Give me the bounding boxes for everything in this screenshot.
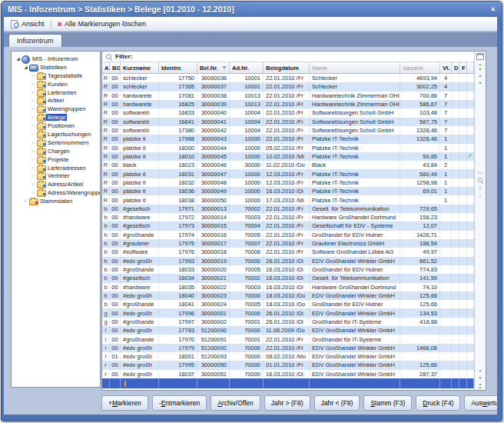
search-icon[interactable] xyxy=(478,178,483,183)
collapsed-arrow-icon[interactable]: ▷ xyxy=(30,191,37,195)
column-chooser-icon[interactable] xyxy=(476,53,484,60)
close-icon[interactable]: × xyxy=(491,5,496,14)
grid-row[interactable]: R00platzke it18032300000481000012.03.201… xyxy=(102,178,474,187)
page-up-icon[interactable]: ▲ xyxy=(479,72,482,78)
collapsed-arrow-icon[interactable]: ▷ xyxy=(30,107,37,111)
grid-row[interactable]: l01#edv großh18001512000937000008.02.201… xyxy=(102,352,474,361)
grid-row[interactable]: b00#hardware18035300000227000316.03.2010… xyxy=(102,283,474,291)
grid-row[interactable]: R00schlecker17750300000361000122.01.2010… xyxy=(102,74,474,82)
tree-item-lieferadressen[interactable]: ▷Lieferadressen xyxy=(12,164,100,172)
grid-row[interactable]: b00#hardware17972300000147000322.01.2010… xyxy=(102,213,474,221)
grid-row[interactable]: R00platzke it18000300000441000005.02.201… xyxy=(102,144,474,152)
grid-row[interactable]: b00#großhande17974300000167000522.01.201… xyxy=(102,231,474,239)
resize-icon[interactable]: «» xyxy=(478,170,483,175)
row-down-icon[interactable]: ▼ xyxy=(479,368,482,374)
grid-row[interactable]: b00#gesellsch18034300000217000216.03.201… xyxy=(102,274,474,282)
grid-row[interactable]: R00softwarelö16841300000411000422.01.201… xyxy=(102,118,474,126)
updown-icon[interactable]: ↕ xyxy=(479,194,482,198)
column-header-bel-nr[interactable]: Bel.Nr. xyxy=(197,62,230,73)
tree-item-artikel[interactable]: ▷Artikel xyxy=(12,96,100,105)
column-header-d[interactable]: D xyxy=(452,62,459,73)
column-header-f[interactable]: F xyxy=(459,62,467,73)
tree-item-positionen[interactable]: ▷Positionen xyxy=(12,122,100,130)
collapsed-arrow-icon[interactable]: ▷ xyxy=(30,182,37,186)
goto-last-icon[interactable]: ▼ xyxy=(479,381,482,388)
grid-row[interactable]: R00schlecker17385300000371000122.01.2010… xyxy=(102,82,474,91)
tree-item-statistiken[interactable]: ◢Statistiken xyxy=(12,63,100,72)
collapsed-arrow-icon[interactable]: ▷ xyxy=(30,158,37,162)
collapsed-arrow-icon[interactable]: ▷ xyxy=(30,166,37,170)
goto-first-icon[interactable]: ▲ xyxy=(479,65,482,72)
grid-row[interactable]: g00#großhande17997300000027000126.01.201… xyxy=(102,318,474,326)
grid-row[interactable]: R00hardwarete16825300000391001322.01.201… xyxy=(102,100,474,108)
filter-row[interactable]: Filter: xyxy=(102,52,474,62)
button-jahr-f9[interactable]: Jahr < (F9) xyxy=(314,395,360,411)
collapsed-arrow-icon[interactable]: ▷ xyxy=(30,124,37,128)
column-header-name[interactable]: Name xyxy=(310,62,400,73)
column-header-identnr[interactable]: Identnr. xyxy=(159,62,197,73)
column-header-extra[interactable] xyxy=(467,62,474,73)
grid-row[interactable]: l00#edv großh17979512000927000022.01.201… xyxy=(102,344,474,352)
grid-row[interactable]: b00#großhande18033300000207000516.03.201… xyxy=(102,265,474,274)
clear-markings-button[interactable]: × Alle Markierungen löschen xyxy=(54,19,151,28)
collapsed-arrow-icon[interactable]: ▷ xyxy=(30,98,37,102)
grid-row[interactable]: b00#gesellsch17973300000157000422.01.201… xyxy=(102,221,474,230)
ansicht-button[interactable]: Ansicht xyxy=(7,19,48,29)
collapsed-arrow-icon[interactable]: ▷ xyxy=(30,149,37,153)
title-bar[interactable]: MIS - Infozentrum > Statistiken > Belege… xyxy=(2,2,502,17)
collapsed-arrow-icon[interactable]: ▷ xyxy=(30,82,37,86)
button-druck-f4[interactable]: Druck (F4) xyxy=(416,395,460,411)
tree-item-seriennummern[interactable]: ▷Seriennummern xyxy=(12,138,100,147)
grid-row[interactable]: r00#edv großh17995300000507000001.01.201… xyxy=(102,361,474,369)
column-header-a[interactable]: A xyxy=(102,62,110,73)
collapsed-arrow-icon[interactable]: ▷ xyxy=(30,141,37,145)
grid-row[interactable]: R00platzke it18038300000501000017.03.201… xyxy=(102,195,474,204)
grid-row[interactable]: R00hardwarete17081300000381001322.01.201… xyxy=(102,92,474,100)
grid-row[interactable]: R00softwarelö16833300000401000422.01.201… xyxy=(102,108,474,117)
grid-row[interactable]: R00black18023300000463000011.02.2010 /Do… xyxy=(102,161,474,169)
tree-item-adress-artikel[interactable]: ▷Adress/Artikel xyxy=(12,180,100,188)
page-down-icon[interactable]: ▼ xyxy=(479,375,482,381)
button-stamm-f3[interactable]: Stamm (F3) xyxy=(363,395,412,411)
tree-item-kunden[interactable]: ▷Kunden xyxy=(12,80,100,88)
button-archiv-offen[interactable]: Archiv/Offen xyxy=(211,395,260,411)
grid-row[interactable]: b00#edv großh18040300000237000018.03.201… xyxy=(102,291,474,300)
grid-row[interactable]: b00#edv großh17993300000197000026.01.201… xyxy=(102,257,474,265)
tree-item-chargen[interactable]: ▷Chargen xyxy=(12,147,100,155)
grid-row[interactable]: R00platzke it18031300000471000012.03.201… xyxy=(102,169,474,178)
column-header-bg[interactable]: BG xyxy=(110,62,121,73)
tree-item-adress-warengruppen[interactable]: ▷Adress/Warengruppen xyxy=(12,188,100,197)
tab-infozentrum[interactable]: Infozentrum xyxy=(8,34,62,47)
button-jahr-f8[interactable]: Jahr > (F8) xyxy=(264,395,310,411)
button-markieren[interactable]: + Markieren xyxy=(101,395,148,411)
tree-item-projekte[interactable]: ▷Projekte xyxy=(12,155,100,164)
row-up-icon[interactable]: ▲ xyxy=(479,79,482,85)
collapsed-arrow-icon[interactable]: ▷ xyxy=(22,199,29,203)
grid-row[interactable]: b00#software17976300000187000822.01.2010… xyxy=(102,248,474,256)
grid-row[interactable]: R00softwarelö17380300000421000422.01.201… xyxy=(102,126,474,135)
button-entmarkieren[interactable]: - Entmarkieren xyxy=(152,395,207,411)
collapsed-arrow-icon[interactable]: ▷ xyxy=(30,132,37,136)
grid-row[interactable]: R00platzke it17988300000431000022.01.201… xyxy=(102,135,474,143)
grid-row[interactable]: R00platzke it18036300000491000016.03.201… xyxy=(102,187,474,195)
column-header-kurzname[interactable]: Kurzname xyxy=(121,62,159,73)
grid-scrollbar[interactable]: ▲ ▲ ▲ «» ≡ ↕ ▼ ▼ ▼ xyxy=(474,52,486,390)
grid-row[interactable]: g00#edv großh17996300000017000026.01.201… xyxy=(102,308,474,317)
button-auswertung[interactable]: Auswertung xyxy=(464,395,497,411)
grid-row[interactable]: b00#gesellsch17971300000137000222.01.201… xyxy=(102,205,474,213)
column-header-vt[interactable]: Vt. xyxy=(440,62,452,73)
grid-row[interactable]: b00#graubner17975300000177000722.01.2010… xyxy=(102,239,474,248)
tree-item-stammdaten[interactable]: ▷Stammdaten xyxy=(12,197,100,205)
collapsed-arrow-icon[interactable]: ▷ xyxy=(30,91,37,95)
grid-row[interactable]: b00#großhande18041300000247000518.03.201… xyxy=(102,300,474,308)
grid-row[interactable]: l00#großhande17970512000917000122.01.201… xyxy=(102,335,474,343)
expanded-arrow-icon[interactable]: ◢ xyxy=(22,65,29,70)
tree-item-lieferanten[interactable]: ▷Lieferanten xyxy=(12,88,100,97)
tree-item-warengruppen[interactable]: ▷Warengruppen xyxy=(12,105,100,113)
tree-item-lagerbuchungen[interactable]: ▷Lagerbuchungen xyxy=(12,130,100,138)
collapsed-arrow-icon[interactable]: ▷ xyxy=(30,74,37,78)
tree-item-belege[interactable]: ▷Belege xyxy=(12,113,100,122)
grid-row[interactable]: l00#edv großh17783512000907000011.06.200… xyxy=(102,326,474,335)
expanded-arrow-icon[interactable]: ◢ xyxy=(15,57,22,62)
column-header-belegdatum[interactable]: Belegdatum xyxy=(264,62,310,73)
